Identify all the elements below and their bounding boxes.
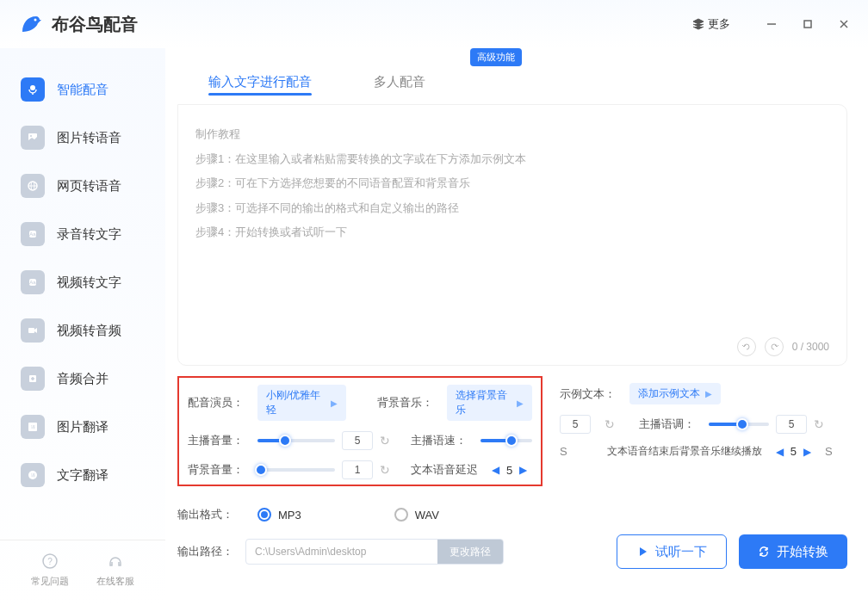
svg-rect-2 — [804, 21, 811, 28]
reset-icon[interactable]: ↻ — [814, 417, 824, 431]
mic-icon — [21, 77, 45, 102]
support-button[interactable]: 在线客服 — [96, 553, 134, 588]
pitch-value[interactable]: 5 — [776, 415, 807, 434]
stepper-up[interactable]: ▶ — [519, 464, 527, 476]
more-button[interactable]: 更多 — [692, 16, 730, 32]
rec-icon: Aa — [21, 222, 45, 246]
text-input-area: 0 / 3000 — [177, 104, 847, 366]
radio-mp3[interactable]: MP3 — [257, 508, 301, 522]
reset-icon[interactable]: ↻ — [380, 463, 390, 477]
maximize-button[interactable] — [801, 17, 815, 31]
chevron-right-icon: ▶ — [331, 398, 338, 408]
nav-label: 视频转音频 — [57, 323, 121, 339]
img-trans-icon: 译 — [21, 415, 45, 439]
nav-label: 图片翻译 — [57, 419, 108, 435]
nav-label: 图片转语音 — [57, 130, 121, 146]
volume-label: 主播音量： — [188, 433, 244, 448]
bgm-after-suffix: S — [825, 445, 833, 458]
change-path-button[interactable]: 更改路径 — [437, 540, 503, 564]
text-input[interactable] — [195, 122, 829, 329]
svg-text:译: 译 — [31, 424, 35, 429]
app-logo: 布谷鸟配音 — [17, 11, 138, 37]
chevron-right-icon: ▶ — [517, 398, 524, 408]
bgm-chip[interactable]: 选择背景音乐▶ — [447, 385, 532, 421]
delay-suffix: S — [560, 445, 567, 458]
nav-record-to-text[interactable]: Aa录音转文字 — [0, 210, 165, 258]
bgm-vol-label: 背景音量： — [188, 462, 244, 478]
nav-label: 文字翻译 — [57, 467, 108, 484]
nav-video-to-audio[interactable]: 视频转音频 — [0, 306, 165, 355]
delay-label: 文本语音延迟 — [411, 462, 478, 478]
bgm-after-value: 5 — [790, 445, 797, 458]
tab-text-dub[interactable]: 输入文字进行配音 — [177, 60, 343, 104]
sample-chip[interactable]: 添加示例文本▶ — [629, 383, 721, 404]
stepper-up[interactable]: ▶ — [803, 446, 811, 458]
reset-icon[interactable]: ↻ — [380, 434, 390, 448]
close-button[interactable] — [837, 17, 851, 31]
sample-label: 示例文本： — [560, 386, 616, 402]
minimize-button[interactable] — [765, 17, 778, 31]
main-content: 输入文字进行配音 多人配音 高级功能 0 / 3000 配音演员： 小刚/优雅年… — [165, 48, 868, 605]
format-row: 输出格式： MP3 WAV — [177, 507, 847, 522]
nav-label: 视频转文字 — [57, 275, 121, 291]
headset-icon — [107, 553, 124, 571]
format-label: 输出格式： — [177, 507, 233, 522]
nav-audio-merge[interactable]: 音频合并 — [0, 355, 165, 403]
bgm-vol-slider[interactable] — [257, 468, 335, 472]
path-text[interactable]: C:\Users\Admin\desktop — [246, 546, 437, 558]
speed-value[interactable]: 5 — [560, 415, 591, 434]
speed-slider[interactable] — [480, 439, 532, 442]
bgm-vol-slider-group: 1 ↻ — [257, 460, 390, 479]
nav-smart-dub[interactable]: 智能配音 — [0, 65, 165, 114]
settings-panel: 配音演员： 小刚/优雅年轻▶ 背景音乐： 选择背景音乐▶ 主播音量： 5 ↻ 主… — [177, 366, 847, 569]
pitch-slider-group: 5 ↻ — [709, 415, 824, 434]
question-icon: ? — [41, 553, 59, 571]
svg-text:译: 译 — [31, 472, 35, 478]
path-input: C:\Users\Admin\desktop 更改路径 — [245, 539, 504, 565]
pitch-slider[interactable] — [709, 423, 769, 426]
bird-icon — [17, 11, 43, 37]
char-counter: 0 / 3000 — [792, 341, 829, 353]
nav-image-translate[interactable]: 译图片翻译 — [0, 403, 165, 451]
video-text-icon: Aa — [21, 270, 45, 294]
volume-slider[interactable] — [257, 439, 335, 442]
merge-icon — [21, 367, 45, 391]
stepper-down[interactable]: ◀ — [492, 464, 499, 476]
nav-label: 智能配音 — [57, 82, 108, 98]
actor-chip[interactable]: 小刚/优雅年轻▶ — [257, 385, 346, 421]
preview-button[interactable]: 试听一下 — [617, 534, 727, 569]
redo-button[interactable] — [765, 337, 784, 356]
nav-list: 智能配音 图片转语音 网页转语音 Aa录音转文字 Aa视频转文字 视频转音频 音… — [0, 65, 165, 540]
play-icon — [636, 546, 648, 558]
bgm-after-label: 文本语音结束后背景音乐继续播放 — [607, 444, 762, 459]
video-audio-icon — [21, 318, 45, 343]
speed-label: 主播语速： — [411, 433, 467, 448]
faq-button[interactable]: ?常见问题 — [31, 553, 69, 588]
reset-icon[interactable]: ↻ — [604, 417, 615, 431]
svg-text:?: ? — [47, 557, 53, 566]
volume-value[interactable]: 5 — [342, 431, 373, 450]
sidebar: 智能配音 图片转语音 网页转语音 Aa录音转文字 Aa视频转文字 视频转音频 音… — [0, 48, 165, 605]
undo-button[interactable] — [737, 337, 756, 356]
nav-web-to-voice[interactable]: 网页转语音 — [0, 162, 165, 210]
textarea-footer: 0 / 3000 — [195, 332, 829, 356]
stepper-down[interactable]: ◀ — [776, 446, 784, 458]
faq-label: 常见问题 — [31, 575, 69, 588]
actor-label: 配音演员： — [188, 395, 244, 411]
tab-multi-dub[interactable]: 多人配音 — [343, 60, 456, 104]
nav-image-to-voice[interactable]: 图片转语音 — [0, 114, 165, 162]
nav-text-translate[interactable]: 译文字翻译 — [0, 451, 165, 499]
chevron-right-icon: ▶ — [705, 389, 712, 398]
convert-button[interactable]: 开始转换 — [739, 534, 847, 569]
delay-stepper: ◀ 5 ▶ — [492, 464, 527, 477]
bgm-label: 背景音乐： — [377, 395, 433, 411]
radio-wav[interactable]: WAV — [394, 508, 439, 522]
bgm-vol-value[interactable]: 1 — [342, 460, 373, 479]
tabs: 输入文字进行配音 多人配音 高级功能 — [177, 60, 847, 104]
path-row: 输出路径： C:\Users\Admin\desktop 更改路径 试听一下 开… — [177, 534, 847, 569]
nav-video-to-text[interactable]: Aa视频转文字 — [0, 258, 165, 306]
svg-text:Aa: Aa — [29, 280, 36, 285]
delay-value: 5 — [506, 464, 512, 477]
volume-slider-group: 5 ↻ — [257, 431, 390, 450]
nav-label: 网页转语音 — [57, 178, 121, 194]
